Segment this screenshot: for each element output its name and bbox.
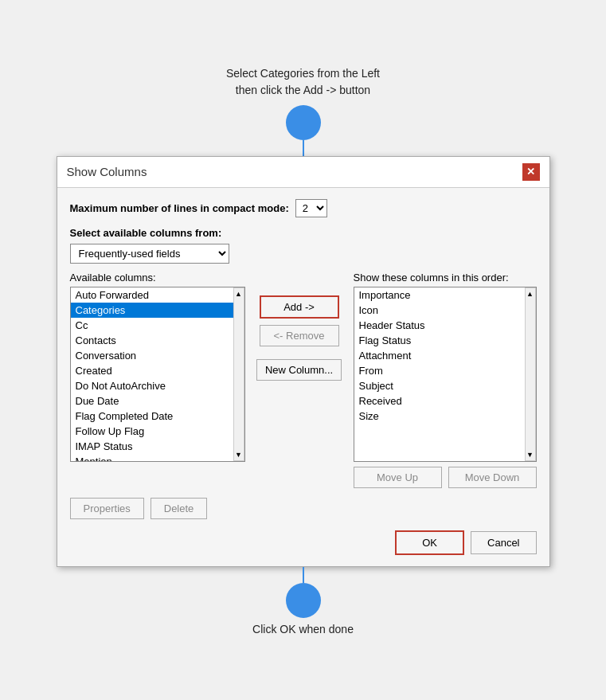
order-columns-list-inner: ImportanceIconHeader StatusFlag StatusAt… — [354, 287, 525, 461]
list-item[interactable]: Mention — [71, 454, 233, 461]
cancel-button[interactable]: Cancel — [471, 531, 536, 554]
list-item[interactable]: Conversation — [71, 348, 233, 363]
compact-mode-label: Maximum number of lines in compact mode: — [70, 202, 289, 214]
list-item[interactable]: Follow Up Flag — [71, 424, 233, 439]
ok-button[interactable]: OK — [395, 530, 464, 555]
list-item[interactable]: Due Date — [71, 393, 233, 409]
list-item[interactable]: Categories — [71, 303, 233, 318]
middle-panel: Add -> <- Remove New Column... — [252, 272, 347, 381]
order-scroll-up-icon[interactable]: ▲ — [525, 288, 535, 299]
left-panel: Available columns: Auto ForwardedCategor… — [70, 272, 245, 462]
dialog-titlebar: Show Columns ✕ — [57, 157, 549, 188]
list-item[interactable]: Header Status — [354, 318, 525, 333]
list-item[interactable]: Created — [71, 363, 233, 378]
scroll-up-icon[interactable]: ▲ — [233, 288, 244, 299]
close-button[interactable]: ✕ — [522, 163, 540, 181]
list-item[interactable]: Received — [354, 393, 525, 409]
list-item[interactable]: Size — [354, 409, 525, 424]
dialog-body: Maximum number of lines in compact mode:… — [57, 188, 549, 566]
top-annotation-circle — [286, 105, 321, 140]
instruction-top: Select Categories from the Left then cli… — [226, 65, 380, 99]
bottom-left-buttons: Properties Delete — [70, 498, 537, 519]
instruction-line2: then click the Add -> button — [236, 84, 370, 96]
order-columns-listbox[interactable]: ImportanceIconHeader StatusFlag StatusAt… — [354, 287, 537, 462]
order-columns-scrollbar[interactable]: ▲ ▼ — [525, 287, 536, 461]
instruction-line1: Select Categories from the Left — [226, 67, 380, 80]
dialog-wrapper: Show Columns ✕ Maximum number of lines i… — [57, 156, 550, 618]
available-columns-scrollbar[interactable]: ▲ ▼ — [233, 287, 244, 461]
list-item[interactable]: IMAP Status — [71, 439, 233, 454]
show-columns-dialog: Show Columns ✕ Maximum number of lines i… — [57, 156, 550, 567]
list-item[interactable]: Flag Completed Date — [71, 409, 233, 424]
columns-area: Available columns: Auto ForwardedCategor… — [70, 272, 537, 488]
available-columns-list-inner: Auto ForwardedCategoriesCcContactsConver… — [71, 287, 233, 461]
list-item[interactable]: Subject — [354, 378, 525, 393]
top-connector-line — [303, 140, 304, 156]
select-from-label: Select available columns from: — [70, 227, 537, 239]
field-type-select[interactable]: Frequently-used fields All Mail fields U… — [70, 244, 229, 264]
new-column-button[interactable]: New Column... — [256, 359, 342, 381]
field-dropdown-row: Frequently-used fields All Mail fields U… — [70, 244, 537, 264]
move-up-button[interactable]: Move Up — [354, 467, 442, 488]
list-item[interactable]: From — [354, 363, 525, 378]
list-item[interactable]: Auto Forwarded — [71, 287, 233, 303]
bottom-annotation-circle — [286, 583, 321, 618]
list-item[interactable]: Do Not AutoArchive — [71, 378, 233, 393]
top-annotation-area: Select Categories from the Left then cli… — [226, 65, 380, 156]
compact-mode-row: Maximum number of lines in compact mode:… — [70, 199, 537, 217]
list-item[interactable]: Flag Status — [354, 333, 525, 348]
bottom-ok-cancel-row: OK Cancel — [70, 530, 537, 555]
bottom-connector-line — [303, 567, 304, 583]
instruction-bottom: Click OK when done — [252, 623, 354, 635]
move-buttons-row: Move Up Move Down — [354, 467, 537, 488]
list-item[interactable]: Icon — [354, 303, 525, 318]
scroll-down-icon[interactable]: ▼ — [233, 449, 244, 460]
order-scroll-down-icon[interactable]: ▼ — [525, 449, 535, 460]
delete-button[interactable]: Delete — [151, 498, 208, 519]
list-item[interactable]: Cc — [71, 318, 233, 333]
order-label: Show these columns in this order: — [354, 272, 537, 284]
list-item[interactable]: Attachment — [354, 348, 525, 363]
dialog-title: Show Columns — [67, 165, 147, 178]
add-button[interactable]: Add -> — [260, 295, 339, 319]
right-panel: Show these columns in this order: Import… — [354, 272, 537, 488]
available-columns-label: Available columns: — [70, 272, 245, 284]
compact-mode-select[interactable]: 2 1 3 — [295, 199, 327, 217]
list-item[interactable]: Contacts — [71, 333, 233, 348]
list-item[interactable]: Importance — [354, 287, 525, 303]
properties-button[interactable]: Properties — [70, 498, 144, 519]
move-down-button[interactable]: Move Down — [448, 467, 537, 488]
available-columns-listbox[interactable]: Auto ForwardedCategoriesCcContactsConver… — [70, 287, 245, 462]
remove-button[interactable]: <- Remove — [260, 325, 339, 346]
